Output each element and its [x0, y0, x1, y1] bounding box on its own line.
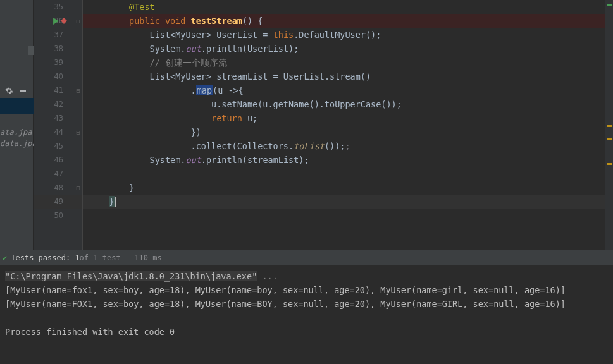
code-editor[interactable]: @Test public void testStream() { List<My…	[83, 0, 613, 250]
console-line: [MyUser(name=fox1, sex=boy, age=18), MyU…	[5, 283, 608, 297]
console-line	[5, 311, 608, 325]
line-number[interactable]: 35	[54, 3, 63, 11]
gear-icon[interactable]	[5, 87, 13, 95]
active-file-stub[interactable]	[28, 46, 34, 55]
minimize-icon[interactable]	[20, 90, 26, 92]
svg-marker-0	[53, 18, 59, 25]
tests-summary: of 1 test – 110 ms	[80, 253, 162, 262]
fold-icon[interactable]: ⊟	[75, 88, 81, 94]
console-line: [MyUser(name=FOX1, sex=boy, age=18), MyU…	[5, 297, 608, 311]
tree-label-2[interactable]: data.jpa.o	[0, 139, 34, 148]
line-number[interactable]: 48	[54, 183, 63, 192]
check-icon: ✔	[3, 253, 7, 262]
text-caret	[115, 197, 116, 207]
line-number[interactable]: 43	[54, 114, 63, 123]
line-number[interactable]: 50	[54, 211, 63, 220]
svg-marker-1	[61, 18, 67, 24]
marker-warning[interactable]	[607, 125, 612, 127]
test-status-bar: ✔ Tests passed: 1 of 1 test – 110 ms	[0, 250, 613, 265]
fold-icon[interactable]: ⊟	[75, 18, 81, 24]
line-number[interactable]: 41	[54, 86, 63, 95]
error-stripe[interactable]	[605, 0, 613, 250]
line-number[interactable]: 49	[54, 197, 63, 206]
selected-tree-item[interactable]	[0, 98, 34, 114]
gutter: 35— 36 ⊟ 37 38 39 40 41⊟ 42 43 44⊟ 45 46…	[34, 0, 83, 250]
marker-warning[interactable]	[607, 163, 612, 165]
tool-window-sidebar: ata.jpa.do data.jpa.o	[0, 0, 34, 250]
tree-label-1[interactable]: ata.jpa.do	[0, 128, 34, 136]
marker-ok[interactable]	[607, 4, 612, 6]
line-number[interactable]: 44	[54, 128, 63, 136]
annotation: @Test	[129, 2, 155, 12]
console-output[interactable]: "C:\Program Files\Java\jdk1.8.0_231\bin\…	[0, 265, 613, 364]
fold-icon[interactable]: —	[75, 4, 81, 10]
editor-area: ata.jpa.do data.jpa.o 35— 36 ⊟ 37 38 39 …	[0, 0, 613, 250]
tests-passed-label[interactable]: Tests passed: 1	[11, 253, 79, 262]
line-number[interactable]: 42	[54, 100, 63, 109]
run-test-icon[interactable]	[53, 18, 59, 25]
line-number[interactable]: 45	[54, 142, 63, 150]
line-number[interactable]: 37	[54, 30, 63, 39]
fold-icon[interactable]: ⊟	[75, 185, 81, 191]
console-line: Process finished with exit code 0	[5, 325, 608, 339]
line-number[interactable]: 47	[54, 169, 63, 178]
marker-warning[interactable]	[607, 138, 612, 140]
line-number[interactable]: 40	[54, 72, 63, 81]
line-number[interactable]: 38	[54, 44, 63, 53]
line-number[interactable]: 39	[54, 58, 63, 67]
java-exe-path: "C:\Program Files\Java\jdk1.8.0_231\bin\…	[5, 271, 257, 281]
fold-icon[interactable]: ⊟	[75, 130, 81, 135]
line-number[interactable]: 46	[54, 155, 63, 164]
debug-icon[interactable]	[61, 18, 67, 24]
